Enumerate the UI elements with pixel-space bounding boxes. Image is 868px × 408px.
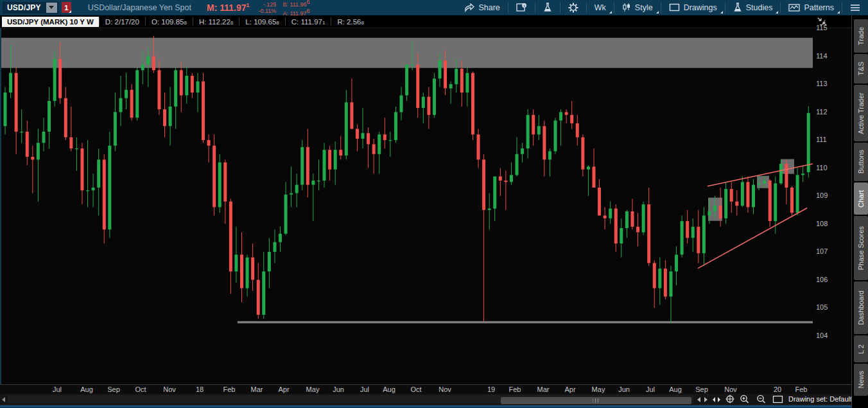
candle-body [97, 159, 100, 188]
candle-body [576, 123, 579, 137]
price-axis-label: 108 [816, 220, 828, 227]
candle-body [592, 166, 595, 188]
candle-body [488, 209, 491, 210]
candle-body [213, 146, 216, 208]
window-bottom-border [0, 405, 868, 408]
chart-scrollbar-thumb[interactable] [501, 397, 691, 404]
candle-body [345, 102, 348, 155]
crosshair-circle-icon [725, 395, 734, 404]
bid-ask-block: B: 111.966 A: 111.976 [282, 0, 309, 17]
candle-body [548, 151, 551, 159]
flask-icon [733, 3, 742, 12]
timeframe-button[interactable]: Wk [587, 0, 614, 15]
time-axis-label: Nov [438, 386, 451, 393]
candle-body [516, 154, 519, 175]
sidebar-tab-t-s[interactable]: T&S [854, 54, 868, 84]
analyze-button[interactable] [535, 0, 560, 15]
price-axis[interactable]: 115114113112111110109108107106105104 [813, 28, 851, 384]
candle-body [758, 183, 761, 184]
pan-arrows-icon [711, 396, 722, 404]
candle-body [37, 143, 40, 159]
candle-body [438, 60, 442, 78]
drawing-set-selector[interactable]: Drawing set: Default [788, 395, 852, 403]
candle-body [125, 90, 128, 98]
sidebar-tab-trade[interactable]: Trade [854, 19, 868, 53]
menu-button[interactable] [842, 0, 868, 15]
resize-corner-icon [69, 10, 71, 13]
scroll-right-button[interactable] [704, 397, 707, 402]
candle-body [80, 148, 83, 190]
chart-symbol-chip[interactable]: USD/JPY (MARK) 10 Y W [2, 17, 99, 27]
time-axis-label: May [306, 386, 320, 393]
candle-body [686, 221, 689, 238]
sidebar-tab-dashboard[interactable]: Dashboard [854, 281, 868, 334]
time-axis-label: 20 [774, 386, 781, 393]
chart-header-bar: USD/JPY (MARK) 10 Y W D: 2/17/20O: 109.8… [0, 15, 851, 28]
sidebar-tab-buttons[interactable]: Buttons [854, 143, 868, 181]
candle-body [542, 126, 546, 159]
symbol-dropdown-button[interactable] [46, 3, 57, 13]
share-button[interactable]: Share [456, 0, 507, 15]
sub-digit: 8 [361, 20, 363, 26]
drawings-button[interactable]: Drawings [661, 0, 725, 15]
candle-body [141, 65, 144, 71]
collapse-left-arrow-icon[interactable] [2, 397, 5, 402]
candle-body [196, 82, 199, 93]
style-button[interactable]: Style [614, 0, 661, 15]
time-axis-label: Nov [724, 386, 737, 393]
candle-body [416, 65, 419, 108]
marquee-rectangle-icon [772, 395, 783, 404]
scroll-left-button[interactable] [697, 397, 700, 402]
candle-body [647, 204, 650, 263]
candle-body [306, 147, 309, 185]
time-axis-label: Feb [223, 386, 236, 393]
studies-label: Studies [746, 3, 773, 12]
sidebar-tab-phase-scores[interactable]: Phase Scores [854, 216, 868, 280]
sidebar-tab-active-trader[interactable]: Active Trader [854, 85, 868, 141]
bid-sub-digit: 6 [307, 0, 310, 5]
ohlc-field: H: 112.226 [193, 18, 239, 26]
change-value: -.125 [259, 1, 277, 8]
sub-digit: 8 [276, 20, 279, 26]
time-axis[interactable]: JulAugSepOctNov18FebMarAprMayJunJulAugOc… [0, 384, 851, 394]
price-axis-label: 109 [816, 191, 828, 199]
candle-body [537, 126, 541, 134]
sidebar-tab-l-2[interactable]: L 2 [854, 335, 868, 362]
candle-body [630, 211, 634, 227]
candle-body [493, 177, 496, 209]
candle-body [234, 254, 238, 271]
chart-plot-area[interactable] [0, 28, 813, 384]
resistance-zone-drawing[interactable] [1, 38, 813, 68]
corner-caret-icon [720, 11, 723, 13]
ohlc-fields: D: 2/17/20O: 109.858H: 112.226L: 109.658… [99, 15, 370, 28]
sidebar-tab-news[interactable]: News [854, 364, 868, 396]
link-channel-badge[interactable]: 1 [62, 2, 71, 13]
corner-caret-icon [837, 11, 840, 13]
trading-app-window: USD/JPY 1 USDollar/Japanese Yen Spot M: … [0, 0, 868, 408]
notebook-info-button[interactable]: i [508, 0, 535, 15]
price-axis-label: 115 [816, 24, 828, 31]
candle-body [741, 182, 744, 206]
candle-body [532, 115, 535, 134]
sidebar-tab-label: Trade [857, 27, 865, 45]
candle-body [92, 188, 95, 190]
candle-body [510, 175, 513, 182]
studies-button[interactable]: Studies [725, 0, 781, 15]
candle-body [422, 97, 425, 108]
chart-scrollbar-track[interactable] [8, 395, 693, 404]
candle-body [636, 227, 639, 233]
sidebar-tab-chart[interactable]: Chart [854, 182, 868, 215]
time-axis-label: 18 [196, 386, 204, 393]
ask-sub-digit: 6 [307, 8, 310, 14]
settings-button[interactable] [560, 0, 586, 15]
price-axis-label: 111 [816, 136, 827, 143]
candle-body [388, 140, 392, 141]
candle-body [559, 112, 562, 121]
symbol-input[interactable]: USD/JPY [3, 2, 58, 13]
symbol-description: USDollar/Japanese Yen Spot [88, 3, 191, 12]
sidebar-tab-label: News [857, 371, 865, 389]
patterns-button[interactable]: Patterns [781, 0, 842, 15]
candle-body [135, 70, 139, 118]
price-axis-label: 113 [816, 80, 828, 87]
candle-body [20, 132, 23, 132]
